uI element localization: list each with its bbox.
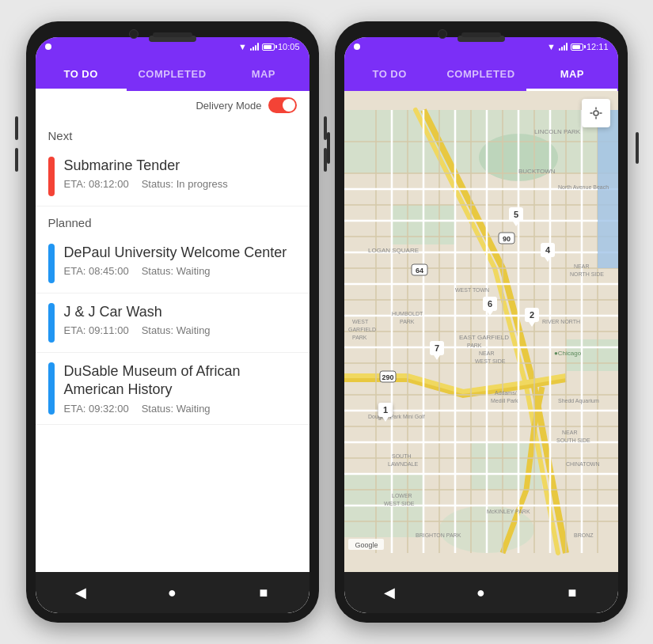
svg-text:SOUTH: SOUTH bbox=[392, 453, 412, 459]
phones-container: ▼ 10:05 TO DO COMPLETED bbox=[10, 6, 644, 638]
svg-text:290: 290 bbox=[382, 373, 393, 381]
left-phone-screen: ▼ 10:05 TO DO COMPLETED bbox=[36, 37, 309, 613]
nav-home-right[interactable]: ● bbox=[465, 577, 496, 608]
stop-name-depaul: DePaul University Welcome Center bbox=[64, 244, 297, 262]
right-status-bar: ▼ 12:11 bbox=[344, 37, 618, 56]
right-phone-camera bbox=[438, 29, 447, 39]
delivery-mode-toggle[interactable] bbox=[268, 97, 297, 113]
svg-text:PARK: PARK bbox=[467, 343, 482, 348]
phone-camera bbox=[129, 29, 139, 39]
nav-back-right[interactable]: ◀ bbox=[374, 577, 405, 608]
tab-completed-left[interactable]: COMPLETED bbox=[127, 56, 218, 91]
svg-text:4: 4 bbox=[545, 245, 550, 255]
stop-item-depaul[interactable]: DePaul University Welcome Center ETA: 08… bbox=[36, 234, 309, 294]
stop-info-carwash: J & J Car Wash ETA: 09:11:00 Status: Wai… bbox=[64, 303, 297, 343]
right-volume-up[interactable] bbox=[324, 116, 327, 140]
tab-map-left[interactable]: MAP bbox=[218, 56, 309, 91]
stop-indicator-blue-1 bbox=[48, 244, 55, 283]
stop-item-dusable[interactable]: DuSable Museum of African American Histo… bbox=[36, 353, 309, 425]
svg-text:NORTH SIDE: NORTH SIDE bbox=[570, 271, 604, 277]
time-display: 10:05 bbox=[278, 42, 300, 51]
svg-text:LOGAN SQUARE: LOGAN SQUARE bbox=[368, 247, 419, 254]
svg-text:5: 5 bbox=[513, 210, 518, 219]
svg-text:90: 90 bbox=[502, 235, 510, 243]
svg-text:McKINLEY PARK: McKINLEY PARK bbox=[487, 509, 530, 514]
stop-details-depaul: ETA: 08:45:00 Status: Waiting bbox=[64, 265, 297, 277]
nav-back-left[interactable]: ◀ bbox=[65, 577, 97, 608]
right-volume-down[interactable] bbox=[324, 148, 327, 172]
stop-status-dusable: Status: Waiting bbox=[142, 403, 211, 415]
stop-eta-depaul: ETA: 08:45:00 bbox=[64, 265, 129, 277]
delivery-mode-bar: Delivery Mode bbox=[36, 91, 309, 119]
stop-eta-carwash: ETA: 09:11:00 bbox=[64, 324, 129, 336]
stop-indicator-blue-2 bbox=[48, 303, 55, 343]
svg-text:LAWNDALE: LAWNDALE bbox=[388, 461, 419, 467]
svg-text:PARK: PARK bbox=[352, 335, 367, 340]
svg-text:CHINATOWN: CHINATOWN bbox=[566, 461, 600, 467]
volume-up-button[interactable] bbox=[15, 116, 18, 140]
phone-speaker bbox=[153, 32, 192, 37]
svg-text:2: 2 bbox=[529, 310, 533, 320]
delivery-mode-label: Delivery Mode bbox=[196, 100, 261, 112]
right-signal-icon bbox=[559, 43, 568, 51]
svg-text:BRIGHTON PARK: BRIGHTON PARK bbox=[416, 532, 461, 538]
svg-text:HUMBOLDT: HUMBOLDT bbox=[392, 311, 423, 316]
svg-text:BRONZ: BRONZ bbox=[574, 532, 594, 538]
status-left bbox=[45, 44, 51, 50]
stop-name-carwash: J & J Car Wash bbox=[64, 303, 297, 321]
power-button[interactable] bbox=[327, 132, 330, 164]
status-dot bbox=[45, 44, 51, 50]
svg-text:Google: Google bbox=[355, 541, 378, 549]
right-status-dot bbox=[354, 44, 360, 50]
tab-completed-right[interactable]: COMPLETED bbox=[435, 56, 526, 91]
right-phone-screen: ▼ 12:11 TO DO COMPLETED bbox=[344, 37, 618, 613]
right-phone-speaker bbox=[461, 32, 501, 37]
right-battery-icon bbox=[571, 44, 583, 51]
stop-info-submarine: Submarine Tender ETA: 08:12:00 Status: I… bbox=[64, 157, 297, 196]
right-status-left bbox=[354, 44, 360, 50]
stop-details-dusable: ETA: 09:32:00 Status: Waiting bbox=[64, 403, 297, 415]
map-svg: 64 90 290 LOGAN SQUARE BUCKTOWN LINCOLN … bbox=[344, 91, 618, 572]
right-nav-bar: ◀ ● ■ bbox=[344, 572, 618, 613]
stop-indicator-red bbox=[48, 157, 55, 196]
svg-text:RIVER NORTH: RIVER NORTH bbox=[542, 319, 580, 324]
stop-name-submarine: Submarine Tender bbox=[64, 157, 297, 175]
left-nav-bar: ◀ ● ■ bbox=[36, 572, 309, 613]
svg-text:7: 7 bbox=[434, 343, 438, 353]
stop-name-dusable: DuSable Museum of African American Histo… bbox=[64, 362, 297, 400]
tab-todo-right[interactable]: TO DO bbox=[344, 56, 435, 91]
svg-text:WEST: WEST bbox=[352, 319, 369, 324]
right-power-button[interactable] bbox=[636, 132, 639, 164]
tab-todo-left[interactable]: TO DO bbox=[36, 56, 127, 91]
stop-eta-dusable: ETA: 09:32:00 bbox=[64, 403, 129, 415]
svg-text:EAST GARFIELD: EAST GARFIELD bbox=[459, 334, 509, 341]
right-status-right: ▼ 12:11 bbox=[547, 42, 608, 51]
location-icon: ▼ bbox=[238, 42, 247, 51]
stop-info-depaul: DePaul University Welcome Center ETA: 08… bbox=[64, 244, 297, 283]
svg-text:LINCOLN PARK: LINCOLN PARK bbox=[534, 128, 581, 135]
volume-down-button[interactable] bbox=[15, 148, 18, 172]
right-phone: ▼ 12:11 TO DO COMPLETED bbox=[335, 21, 628, 623]
battery-icon bbox=[262, 44, 275, 51]
left-status-bar: ▼ 10:05 bbox=[36, 37, 309, 56]
stop-details-submarine: ETA: 08:12:00 Status: In progress bbox=[64, 178, 297, 190]
nav-recent-right[interactable]: ■ bbox=[556, 577, 588, 608]
map-container[interactable]: 64 90 290 LOGAN SQUARE BUCKTOWN LINCOLN … bbox=[344, 91, 618, 572]
svg-text:BUCKTOWN: BUCKTOWN bbox=[518, 168, 556, 175]
location-button[interactable] bbox=[582, 99, 610, 127]
svg-text:Addams/: Addams/ bbox=[495, 390, 517, 396]
svg-text:Shedd Aquarium: Shedd Aquarium bbox=[558, 398, 599, 404]
nav-recent-left[interactable]: ■ bbox=[248, 577, 279, 608]
svg-text:North Avenue Beach: North Avenue Beach bbox=[558, 184, 609, 190]
nav-home-left[interactable]: ● bbox=[156, 577, 188, 608]
svg-text:Douglas Park Mini Golf: Douglas Park Mini Golf bbox=[368, 414, 425, 420]
svg-text:1: 1 bbox=[382, 405, 387, 415]
svg-text:WEST SIDE: WEST SIDE bbox=[475, 358, 506, 364]
stop-status-depaul: Status: Waiting bbox=[142, 265, 211, 277]
left-screen-content: Delivery Mode Next Submarine Tender ETA:… bbox=[36, 91, 309, 572]
stop-item-carwash[interactable]: J & J Car Wash ETA: 09:11:00 Status: Wai… bbox=[36, 294, 309, 353]
stop-item-submarine[interactable]: Submarine Tender ETA: 08:12:00 Status: I… bbox=[36, 147, 309, 206]
stop-eta-submarine: ETA: 08:12:00 bbox=[64, 178, 129, 190]
tab-map-right[interactable]: MAP bbox=[526, 56, 617, 91]
right-time-display: 12:11 bbox=[587, 42, 609, 51]
